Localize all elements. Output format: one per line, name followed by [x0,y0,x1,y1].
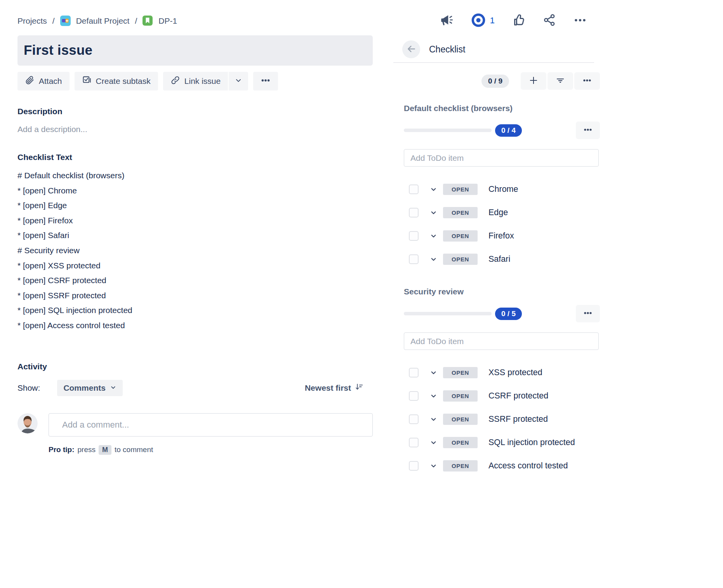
checklist-panel: 1 Checklist 0 / 9 [393,12,600,472]
link-issue-split-button: Link issue [163,72,248,90]
like-button[interactable] [512,13,526,28]
item-checkbox[interactable] [409,391,419,401]
breadcrumb-projects[interactable]: Projects [17,16,47,26]
item-checkbox[interactable] [409,184,419,194]
item-checkbox[interactable] [409,461,419,471]
item-label[interactable]: Edge [488,208,508,217]
header-more-button[interactable] [574,14,587,28]
checklist-total-badge: 0 / 9 [481,75,509,88]
comments-filter-dropdown[interactable]: Comments [57,380,123,396]
sort-order-button[interactable]: Newest first [305,383,363,393]
chevron-down-icon[interactable] [430,462,437,470]
description-placeholder[interactable]: Add a description... [17,125,373,134]
checklist-text-line: * [open] Access control tested [17,318,373,333]
checklist-text-line: * [open] CSRF protected [17,273,373,288]
filter-icon [555,75,565,87]
chevron-down-icon[interactable] [430,186,437,193]
checklist-more-button[interactable] [574,72,600,90]
item-label[interactable]: CSRF protected [488,391,548,401]
project-avatar-icon [60,16,71,26]
breadcrumb-project[interactable]: Default Project [76,16,130,26]
item-status-badge[interactable]: OPEN [443,254,478,265]
item-label[interactable]: Safari [488,254,510,264]
watching-eye-icon [470,12,487,30]
pro-tip-suffix: to comment [115,445,153,454]
link-issue-dropdown-button[interactable] [229,72,248,90]
feedback-button[interactable] [439,13,453,28]
item-checkbox[interactable] [409,231,419,241]
chevron-down-icon[interactable] [430,369,437,376]
sort-descending-icon [355,383,363,393]
watch-button[interactable]: 1 [470,12,495,30]
item-status-badge[interactable]: OPEN [443,437,478,448]
user-avatar[interactable] [17,413,38,433]
breadcrumb: Projects / Default Project / DP-1 [17,16,373,26]
item-checkbox[interactable] [409,208,419,217]
chevron-down-icon [110,383,116,393]
checklist-text-line: # Default checklist (browsers) [17,168,373,183]
create-subtask-button[interactable]: Create subtask [75,72,158,90]
item-checkbox[interactable] [409,438,419,447]
add-todo-input[interactable] [404,149,599,167]
breadcrumb-issue-key[interactable]: DP-1 [158,16,177,26]
item-label[interactable]: SSRF protected [488,414,548,424]
checklist-text-line: # Security review [17,243,373,258]
activity-filter-row: Show: Comments Newest first [17,380,373,396]
back-arrow-icon [406,44,416,55]
back-button[interactable] [402,40,420,58]
checklist-group-name: Default checklist (browsers) [393,104,600,113]
item-label[interactable]: Firefox [488,231,514,241]
chevron-down-icon[interactable] [430,392,437,400]
share-button[interactable] [543,13,556,28]
ellipsis-icon [261,75,271,87]
plus-icon [528,75,539,87]
item-label[interactable]: XSS protected [488,368,542,378]
item-status-badge[interactable]: OPEN [443,414,478,425]
ellipsis-icon [582,75,592,87]
checklist-text-line: * [open] Edge [17,198,373,213]
chevron-down-icon[interactable] [430,209,437,216]
item-checkbox[interactable] [409,414,419,424]
comment-input[interactable] [49,413,373,437]
item-status-badge[interactable]: OPEN [443,207,478,218]
chevron-down-icon[interactable] [430,416,437,423]
item-label[interactable]: Access control tested [488,461,568,471]
item-checkbox[interactable] [409,254,419,264]
ellipsis-icon [574,14,587,28]
add-todo-input[interactable] [404,332,599,350]
checklist-item: OPEN SSRF protected [393,413,600,425]
issue-title-container[interactable]: First issue [17,35,373,66]
progress-bar [404,129,492,132]
item-label[interactable]: Chrome [488,184,518,194]
item-status-badge[interactable]: OPEN [443,460,478,471]
link-icon [170,75,180,87]
checklist-toolbar: 0 / 9 [393,72,600,90]
item-status-badge[interactable]: OPEN [443,230,478,242]
checklist-text-body[interactable]: # Default checklist (browsers) * [open] … [17,168,373,333]
filter-checklist-button[interactable] [547,72,573,90]
chevron-down-icon[interactable] [430,256,437,263]
item-checkbox[interactable] [409,368,419,378]
checklist-group-name: Security review [393,287,600,296]
group-more-button[interactable] [576,122,600,139]
checklist-item: OPEN Access control tested [393,459,600,472]
ellipsis-icon [583,125,593,136]
breadcrumb-separator: / [52,16,55,26]
item-status-badge[interactable]: OPEN [443,390,478,402]
attach-button[interactable]: Attach [17,72,70,90]
megaphone-icon [439,13,453,28]
paperclip-icon [25,75,35,87]
issue-more-button[interactable] [253,72,278,90]
chevron-down-icon[interactable] [430,439,437,446]
chevron-down-icon[interactable] [430,232,437,240]
item-status-badge[interactable]: OPEN [443,367,478,378]
sort-order-label: Newest first [305,383,351,393]
progress-badge: 0 / 4 [495,124,522,137]
attach-label: Attach [39,77,62,86]
group-more-button[interactable] [576,305,600,322]
item-label[interactable]: SQL injection protected [488,438,575,447]
item-status-badge[interactable]: OPEN [443,184,478,195]
link-issue-button[interactable]: Link issue [163,72,228,90]
add-checklist-button[interactable] [521,72,546,90]
checklist-item: OPEN Edge [393,206,600,219]
